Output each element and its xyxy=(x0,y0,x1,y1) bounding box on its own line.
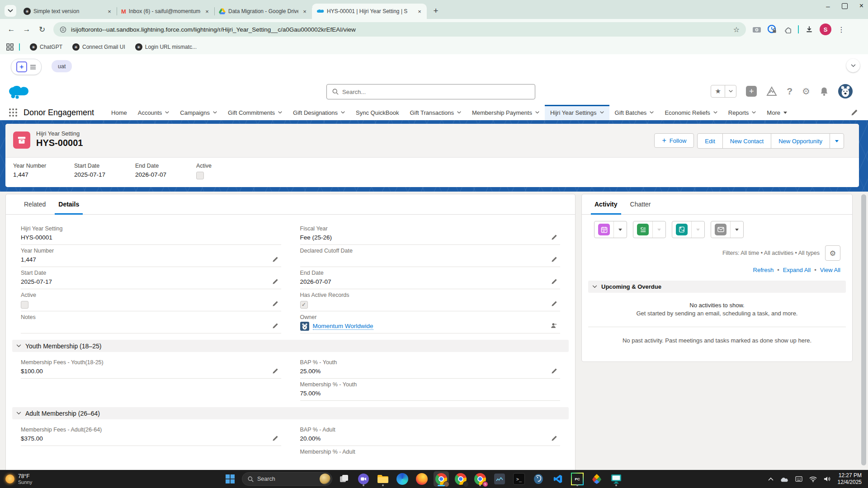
tab-gift-batches[interactable]: Gift Batches xyxy=(609,105,660,120)
edit-pencil-icon[interactable] xyxy=(272,435,278,441)
taskbar-search[interactable]: Search xyxy=(242,472,332,486)
maximize-button[interactable] xyxy=(842,3,848,9)
task-manager-icon[interactable] xyxy=(492,471,507,487)
notifications-bell-icon[interactable] xyxy=(820,86,829,96)
pycharm-icon[interactable]: PC xyxy=(570,471,585,487)
clipchamp-icon[interactable] xyxy=(356,471,371,487)
section-adult-membership[interactable]: Adult Membership (26–64) xyxy=(12,407,569,419)
tab-reports[interactable]: Reports xyxy=(723,105,762,120)
tab-gift-commitments[interactable]: Gift Commitments xyxy=(222,105,288,120)
onedrive-cloud-icon[interactable] xyxy=(780,476,788,482)
tab-close-icon[interactable]: × xyxy=(416,8,423,15)
chrome-profile-main-icon[interactable] xyxy=(434,471,449,487)
task-view-icon[interactable] xyxy=(336,471,352,487)
firefox-icon[interactable] xyxy=(414,471,429,487)
follow-button[interactable]: + Follow xyxy=(654,133,694,148)
bookmark-star-icon[interactable]: ☆ xyxy=(733,25,740,34)
trailhead-icon[interactable] xyxy=(766,86,777,96)
tab-details[interactable]: Details xyxy=(52,194,85,214)
apps-grid-icon[interactable] xyxy=(6,43,14,51)
page-dropdown-button[interactable] xyxy=(846,59,860,72)
edit-pencil-icon[interactable] xyxy=(272,278,278,285)
browser-tab-active[interactable]: HYS-00001 | Hijri Year Setting | S × xyxy=(312,4,427,19)
tab-membership-payments[interactable]: Membership Payments xyxy=(467,105,545,120)
browser-tab-2[interactable]: M Inbox (6) - saiful@momentum-w × xyxy=(117,4,214,19)
assistant-pill[interactable] xyxy=(11,59,42,75)
file-explorer-icon[interactable] xyxy=(375,471,391,487)
close-button[interactable]: × xyxy=(859,2,863,10)
email-dropdown[interactable] xyxy=(730,221,743,238)
favorites-dropdown[interactable] xyxy=(725,85,736,97)
site-settings-icon[interactable] xyxy=(60,26,66,33)
tab-search-button[interactable] xyxy=(5,5,16,17)
new-task-dropdown[interactable] xyxy=(652,221,665,238)
browser-tab-1[interactable]: ✳ Simple text version × xyxy=(19,4,117,19)
edit-button[interactable]: Edit xyxy=(698,134,722,148)
favorite-star-icon[interactable]: ★ xyxy=(711,85,725,97)
tab-gift-transactions[interactable]: Gift Transactions xyxy=(404,105,467,120)
environment-chip[interactable]: uat xyxy=(52,60,72,72)
volume-icon[interactable] xyxy=(824,476,831,482)
new-contact-button[interactable]: New Contact xyxy=(723,134,771,148)
edit-nav-pencil-icon[interactable] xyxy=(851,109,858,116)
section-youth-membership[interactable]: Youth Membership (18–25) xyxy=(12,340,569,352)
activity-filters-text[interactable]: Filters: All time • All activities • All… xyxy=(722,250,820,256)
new-opportunity-button[interactable]: New Opportunity xyxy=(771,134,830,148)
chrome-profile-2-icon[interactable] xyxy=(453,471,468,487)
more-actions-dropdown[interactable] xyxy=(830,134,844,148)
favorites-split-button[interactable]: ★ xyxy=(711,85,736,98)
new-event-dropdown[interactable] xyxy=(613,221,627,238)
quick-create-icon[interactable]: + xyxy=(746,86,757,97)
tab-more[interactable]: More xyxy=(761,105,793,120)
new-event-button[interactable] xyxy=(594,221,627,238)
vscode-icon[interactable] xyxy=(550,471,566,487)
browser-profile-avatar[interactable]: S xyxy=(820,23,831,35)
taskpro-icon[interactable] xyxy=(609,471,624,487)
new-task-button[interactable] xyxy=(633,221,666,238)
setup-gear-icon[interactable]: ⚙ xyxy=(802,86,810,97)
edit-pencil-icon[interactable] xyxy=(551,300,557,307)
log-call-dropdown[interactable] xyxy=(691,221,704,238)
bookmark-login-url[interactable]: ✳ Login URL mismatc... xyxy=(135,43,197,51)
edit-pencil-icon[interactable] xyxy=(551,435,557,441)
browser-tab-3[interactable]: Data Migration - Google Drive × xyxy=(214,4,312,19)
postgresql-icon[interactable] xyxy=(531,471,546,487)
weather-widget[interactable]: 78°F Sunny xyxy=(5,473,60,485)
tab-related[interactable]: Related xyxy=(18,194,52,214)
tab-home[interactable]: Home xyxy=(106,105,132,120)
view-all-link[interactable]: View All xyxy=(820,267,840,273)
owner-link[interactable]: Momentum Worldwide xyxy=(313,323,373,330)
edit-pencil-icon[interactable] xyxy=(272,323,278,329)
new-tab-button[interactable]: + xyxy=(429,5,442,17)
activity-filter-gear-icon[interactable]: ⚙ xyxy=(825,245,840,261)
address-bar[interactable]: isijoftoronto--uat.sandbox.lightning.for… xyxy=(53,22,746,37)
tab-close-icon[interactable]: × xyxy=(106,8,113,15)
global-search-input[interactable]: Search... xyxy=(326,84,535,99)
diagram-tool-icon[interactable] xyxy=(589,471,604,487)
tab-gift-designations[interactable]: Gift Designations xyxy=(288,105,350,120)
tab-campaigns[interactable]: Campaigns xyxy=(175,105,222,120)
bookmark-connect-gmail[interactable]: ✳ Connect Gmail UI xyxy=(72,43,125,51)
tab-accounts[interactable]: Accounts xyxy=(132,105,175,120)
edit-pencil-icon[interactable] xyxy=(551,234,557,240)
help-icon[interactable]: ? xyxy=(787,86,793,97)
edit-pencil-icon[interactable] xyxy=(551,278,557,285)
tab-close-icon[interactable]: × xyxy=(301,8,308,15)
wifi-icon[interactable] xyxy=(809,476,817,482)
reload-button[interactable]: ↻ xyxy=(34,25,50,34)
page-scrollbar[interactable] xyxy=(861,194,866,465)
edit-pencil-icon[interactable] xyxy=(551,256,557,263)
chrome-profile-s-icon[interactable]: S xyxy=(472,471,488,487)
start-button[interactable] xyxy=(222,471,238,487)
tab-activity[interactable]: Activity xyxy=(588,194,624,214)
tab-hijri-year-settings[interactable]: Hijri Year Settings xyxy=(545,105,609,120)
taskbar-clock[interactable]: 12:27 PM 12/4/2025 xyxy=(838,472,862,486)
expand-all-link[interactable]: Expand All xyxy=(783,267,811,273)
edge-icon[interactable] xyxy=(395,471,410,487)
browser-menu-icon[interactable]: ⋮ xyxy=(838,25,845,34)
edit-pencil-icon[interactable] xyxy=(272,368,278,374)
tray-expand-icon[interactable] xyxy=(768,477,774,481)
downloads-icon[interactable] xyxy=(805,25,813,33)
user-avatar[interactable] xyxy=(838,84,853,99)
back-button[interactable]: ← xyxy=(4,25,19,34)
